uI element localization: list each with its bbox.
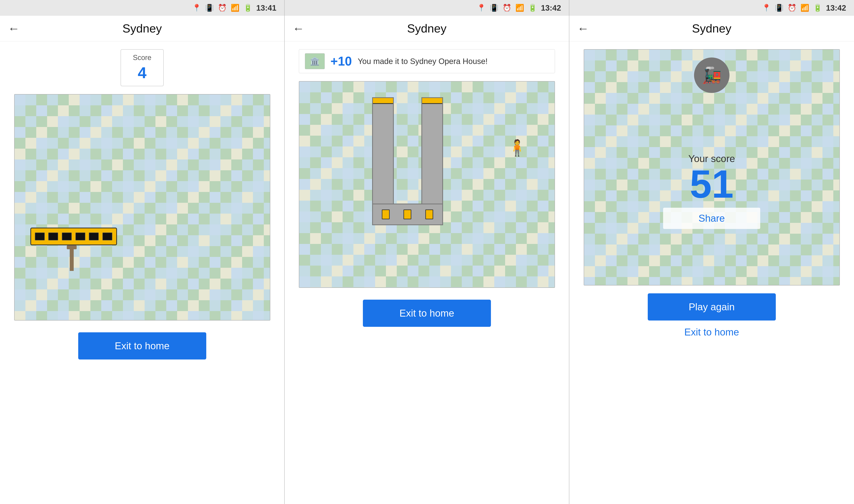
- snake-bottom: [372, 203, 443, 225]
- opera-house-icon: 🏛️: [305, 53, 325, 69]
- alarm-icon-2: ⏰: [503, 4, 511, 12]
- wifi-icon-3: 📶: [800, 4, 809, 12]
- back-button-2[interactable]: ←: [293, 22, 304, 35]
- battery-icon: 🔋: [244, 4, 252, 12]
- vibrate-icon-3: 📳: [775, 4, 784, 12]
- play-again-button[interactable]: Play again: [648, 293, 776, 321]
- panel-2: 📍 📳 ⏰ 📶 🔋 13:42 ← Sydney 🏛️ +10 You made…: [285, 0, 569, 504]
- character-sprite: 🧍: [507, 139, 527, 157]
- top-bar-2: ← Sydney: [285, 16, 569, 41]
- time-1: 13:41: [256, 3, 276, 13]
- page-title-1: Sydney: [122, 22, 162, 35]
- time-2: 13:42: [541, 3, 561, 13]
- panel-2-content: 🏛️ +10 You made it to Sydney Opera House…: [285, 41, 569, 504]
- top-bar-1: ← Sydney: [0, 16, 284, 41]
- score-box-1: Score 4: [121, 49, 163, 86]
- exit-button-2[interactable]: Exit to home: [363, 300, 491, 327]
- game-canvas-2: 🧍: [299, 81, 555, 288]
- panel-3: 📍 📳 ⏰ 📶 🔋 13:42 ← Sydney 🚂 Your score 51…: [569, 0, 854, 504]
- lamppost-sprite: [70, 245, 74, 271]
- status-bar-1: 📍 📳 ⏰ 📶 🔋 13:41: [0, 0, 284, 16]
- wifi-icon: 📶: [231, 4, 240, 12]
- panel-3-content: 🚂 Your score 51 Share Play again Exit to…: [569, 41, 854, 504]
- result-score-value: 51: [663, 164, 760, 204]
- achievement-text: You made it to Sydney Opera House!: [358, 57, 548, 66]
- location-icon-2: 📍: [477, 4, 486, 12]
- alarm-icon: ⏰: [218, 4, 227, 12]
- exit-link-3[interactable]: Exit to home: [684, 326, 739, 338]
- exit-button-1[interactable]: Exit to home: [78, 332, 206, 360]
- wifi-icon-2: 📶: [515, 4, 524, 12]
- status-bar-2: 📍 📳 ⏰ 📶 🔋 13:42: [285, 0, 569, 16]
- status-bar-3: 📍 📳 ⏰ 📶 🔋 13:42: [569, 0, 854, 16]
- snake-left: [372, 97, 394, 212]
- score-label-1: Score: [133, 54, 151, 62]
- game-canvas-1: [14, 94, 270, 321]
- panel-1-content: Score 4 Exit to home: [0, 41, 284, 504]
- vibrate-icon-2: 📳: [490, 4, 499, 12]
- alarm-icon-3: ⏰: [788, 4, 797, 12]
- back-button-3[interactable]: ←: [577, 22, 589, 35]
- top-bar-3: ← Sydney: [569, 16, 854, 41]
- battery-icon-2: 🔋: [528, 4, 537, 12]
- panel-1: 📍 📳 ⏰ 📶 🔋 13:41 ← Sydney Score 4: [0, 0, 285, 504]
- location-icon: 📍: [192, 4, 201, 12]
- snake-right: [421, 97, 443, 212]
- page-title-2: Sydney: [407, 22, 447, 35]
- score-value-1: 4: [133, 64, 151, 82]
- train-sprite-1: [30, 228, 117, 245]
- back-button-1[interactable]: ←: [8, 22, 20, 35]
- achievement-banner: 🏛️ +10 You made it to Sydney Opera House…: [299, 49, 555, 73]
- achievement-plus: +10: [331, 54, 352, 69]
- share-button[interactable]: Share: [663, 208, 760, 229]
- avatar-circle: 🚂: [694, 57, 730, 93]
- vibrate-icon: 📳: [205, 4, 214, 12]
- battery-icon-3: 🔋: [813, 4, 822, 12]
- result-canvas: 🚂 Your score 51 Share: [584, 49, 840, 286]
- location-icon-3: 📍: [762, 4, 771, 12]
- page-title-3: Sydney: [692, 22, 731, 35]
- time-3: 13:42: [826, 3, 846, 13]
